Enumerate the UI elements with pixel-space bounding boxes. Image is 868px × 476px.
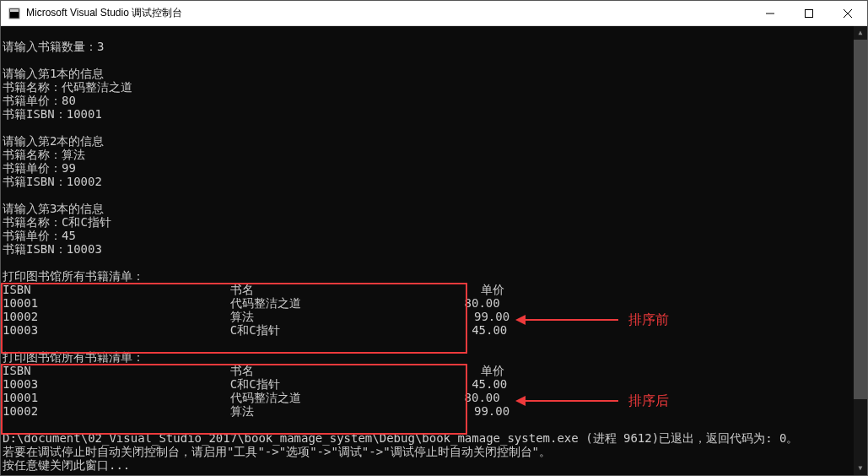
console-area[interactable]: 请输入书籍数量：3 请输入第1本的信息 书籍名称：代码整洁之道 书籍单价：80 … xyxy=(1,26,867,475)
vertical-scrollbar[interactable]: ▲ ▼ xyxy=(854,26,867,475)
titlebar[interactable]: Microsoft Visual Studio 调试控制台 xyxy=(1,1,867,26)
debug-console-window: Microsoft Visual Studio 调试控制台 请输入书籍数量：3 … xyxy=(0,0,868,476)
scrollbar-thumb[interactable] xyxy=(854,40,867,399)
window-title: Microsoft Visual Studio 调试控制台 xyxy=(26,6,182,20)
svg-rect-3 xyxy=(806,9,813,17)
console-text: 请输入书籍数量：3 请输入第1本的信息 书籍名称：代码整洁之道 书籍单价：80 … xyxy=(3,26,867,475)
svg-rect-1 xyxy=(10,9,19,12)
close-button[interactable] xyxy=(828,1,867,25)
scrollbar-up-icon[interactable]: ▲ xyxy=(854,26,867,40)
app-icon xyxy=(8,7,21,20)
maximize-button[interactable] xyxy=(790,1,828,25)
window-controls xyxy=(751,1,867,25)
scrollbar-down-icon[interactable]: ▼ xyxy=(854,462,867,475)
minimize-button[interactable] xyxy=(751,1,790,25)
